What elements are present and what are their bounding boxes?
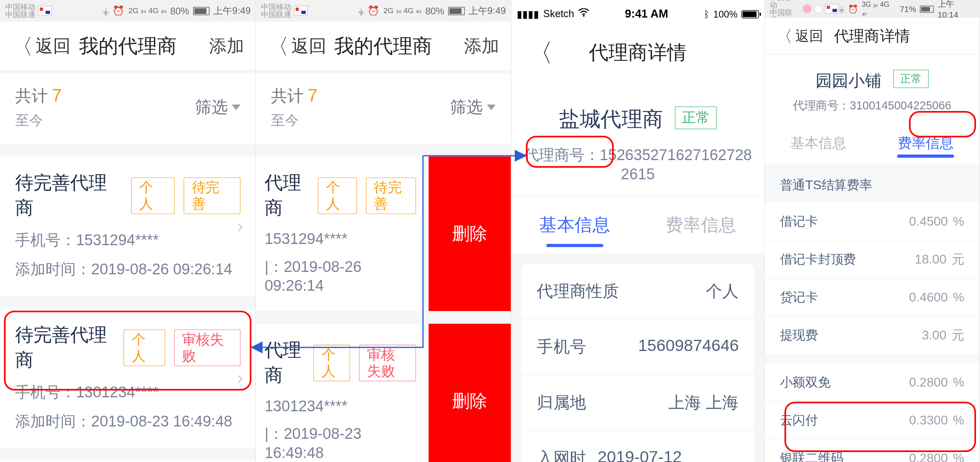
agent-card[interactable]: 待完善代理商 个人 审核失败 手机号：1301234**** 添加时间：2019… — [0, 309, 256, 448]
rate-row: 提现费3.00元 — [765, 317, 980, 355]
rate-value: 0.4500 — [909, 214, 948, 228]
row-value: 上海 上海 — [668, 391, 739, 414]
filter-button[interactable]: 筛选 — [195, 96, 241, 119]
wifi-icon — [578, 8, 589, 20]
rate-unit: % — [953, 214, 964, 228]
dot-icon — [814, 4, 823, 13]
tab-rate[interactable]: 费率信息 — [872, 122, 979, 164]
bluetooth-icon: ᛒ — [704, 8, 709, 19]
phone-value: 1301234**** — [265, 397, 348, 414]
rate-unit: 元 — [952, 252, 964, 266]
time-label: 添加时间： — [15, 412, 91, 430]
dot-icon — [802, 4, 811, 13]
rate-unit: % — [953, 451, 964, 462]
chevron-down-icon — [487, 105, 496, 110]
agent-card-swiped[interactable]: 代理商 个人 审核失败 1301234**** |：2019-08-23 16:… — [256, 324, 511, 462]
phone-value: 1531294**** — [76, 231, 159, 248]
rate-group: 借记卡0.4500% 借记卡封顶费18.00元 贷记卡0.4600% 提现费3.… — [765, 203, 980, 355]
alarm-icon: ⏰ — [113, 5, 124, 17]
battery-pct: 71% — [900, 4, 916, 14]
time-label: 添加时间： — [15, 260, 91, 278]
rate-unit: % — [953, 375, 964, 389]
navbar: 〈 返回 我的代理商 添加 — [256, 22, 511, 71]
detail-header: 盐城代理商 正常 代理商号：152635271627162728​2615 — [512, 77, 764, 196]
agent-card[interactable]: 待完善代理商 个人 待完善 手机号：1531294**** 添加时间：2019-… — [0, 157, 256, 296]
navbar: 〈 返回 代理商详情 — [765, 18, 980, 54]
carrier-2: 中国联通 — [261, 11, 291, 18]
carrier-1: 中国移动 — [5, 3, 36, 11]
sim-icon — [294, 6, 308, 16]
rate-row: 云闪付0.3300% — [765, 402, 980, 440]
status-bar: 中国移动 中国联通 ⏚ ⏰ 3G ₃ᵢₗ 4G ₄ᵢₗ 71% 上午10:14 — [765, 0, 980, 18]
filter-label: 筛选 — [450, 96, 483, 119]
battery-icon — [193, 7, 209, 15]
phone-value: 1531294**** — [265, 230, 348, 247]
tab-basic[interactable]: 基本信息 — [765, 122, 872, 164]
agent-name: 园园小铺 — [816, 70, 881, 92]
code-value: 152635271627162728​2615 — [600, 146, 752, 182]
type-tag: 个人 — [131, 177, 175, 214]
battery-pct: 80% — [170, 5, 189, 16]
filter-button[interactable]: 筛选 — [450, 96, 496, 119]
filter-label: 筛选 — [195, 96, 228, 119]
total-count: 7 — [308, 85, 318, 105]
rate-unit: % — [953, 413, 964, 427]
battery-icon — [741, 10, 759, 18]
code-label: 代理商号： — [793, 99, 850, 112]
vibrate-icon: ⏚ — [839, 4, 844, 14]
page-title: 代理商详情 — [512, 39, 764, 66]
rate-row: 借记卡封顶费18.00元 — [765, 241, 980, 279]
rate-value: 3.00 — [922, 328, 946, 342]
alarm-icon: ⏰ — [848, 4, 858, 14]
navbar: 〈 代理商详情 — [512, 28, 764, 77]
rate-value: 0.2800 — [909, 375, 948, 389]
vibrate-icon: ⏚ — [103, 5, 109, 16]
navbar: 〈 返回 我的代理商 添加 — [0, 22, 256, 71]
delete-label: 删除 — [452, 389, 488, 413]
rate-key: 提现费 — [780, 327, 818, 344]
svg-point-0 — [583, 15, 585, 17]
rate-key: 云闪付 — [780, 412, 818, 429]
info-row: 代理商性质个人 — [522, 264, 754, 319]
clock: 9:41 AM — [625, 7, 668, 20]
delete-button[interactable]: 删除 — [429, 157, 511, 311]
chevron-down-icon — [232, 105, 241, 110]
agent-card-swiped[interactable]: 代理商 个人 待完善 1531294**** |：2019-08-26 09:2… — [256, 157, 511, 311]
status-bar: ▮▮▮▮ Sketch 9:41 AM ᛒ 100% — [512, 0, 764, 28]
phone-value: 1301234**** — [76, 383, 159, 401]
status-tag: 审核失败 — [359, 344, 416, 381]
signal-icon: ▮▮▮▮ — [517, 8, 539, 20]
alarm-icon: ⏰ — [368, 5, 379, 17]
section-title: 普通TS结算费率 — [765, 164, 980, 203]
sim-icon — [825, 4, 839, 14]
row-key: 归属地 — [537, 391, 586, 414]
info-row: 手机号15609874646 — [522, 319, 754, 375]
vibrate-icon: ⏚ — [358, 5, 364, 16]
tabs: 基本信息 费率信息 — [765, 122, 980, 164]
detail-header: 园园小铺 正常 代理商号：310014500422​5066 — [765, 54, 980, 122]
scope-label: 至今 — [15, 111, 62, 130]
time-value: 2019-08-26 09:26:14 — [91, 260, 232, 278]
tab-rate[interactable]: 费率信息 — [638, 196, 764, 254]
code-value: 310014500422​5066 — [850, 99, 951, 112]
type-tag: 个人 — [123, 329, 165, 366]
row-value: 个人 — [706, 280, 739, 302]
tab-basic[interactable]: 基本信息 — [512, 196, 638, 254]
agent-card[interactable]: 园园小铺 个人 正常 手机号：1885285**** 入网时间：2019-08-… — [0, 460, 256, 462]
type-tag: 个人 — [318, 177, 357, 214]
clock: 上午9:49 — [213, 5, 251, 17]
tabs: 基本信息 费率信息 — [512, 196, 764, 253]
info-row: 入网时间2019-07-12 10:02:23 — [522, 431, 754, 462]
sim-icon — [38, 6, 52, 16]
rate-unit: 元 — [952, 328, 964, 342]
phone-label: 手机号： — [15, 231, 76, 248]
info-row: 归属地上海 上海 — [522, 375, 754, 431]
rate-key: 借记卡 — [780, 213, 818, 230]
rate-key: 银联二维码 — [780, 450, 844, 462]
delete-label: 删除 — [452, 222, 488, 246]
time-label: |： — [265, 425, 284, 442]
agent-name: 代理商 — [265, 171, 309, 221]
signal-icon: 2G ₃ᵢₗ 4G ₄ᵢₗ — [383, 6, 421, 15]
clock: 上午9:49 — [468, 5, 506, 17]
delete-button[interactable]: 删除 — [429, 324, 511, 462]
